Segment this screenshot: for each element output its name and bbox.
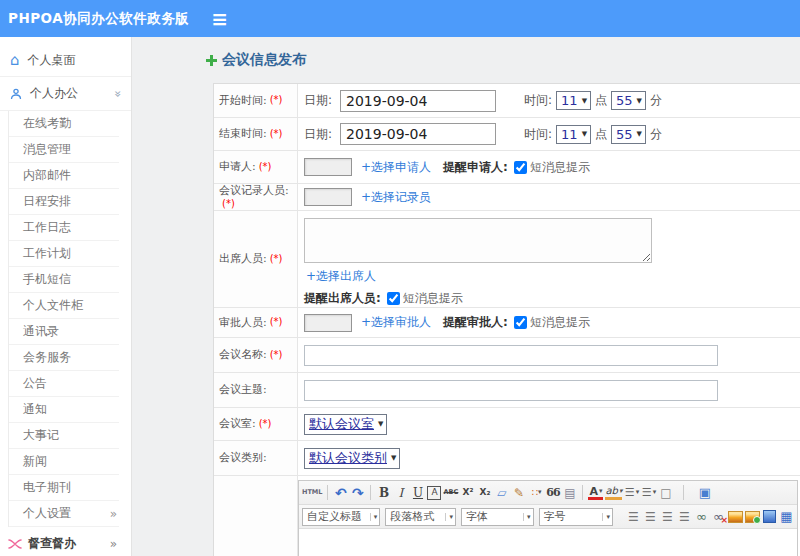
form-row-recorder: 会议记录人员:(*) +选择记录员 xyxy=(214,184,800,211)
recorder-input[interactable] xyxy=(304,188,352,206)
sms-remind-checkbox[interactable] xyxy=(514,316,527,329)
sidebar-item-personal-office[interactable]: 个人办公 » xyxy=(0,77,131,111)
remove-link-icon[interactable]: ∞ xyxy=(711,508,726,525)
form-row-meeting-category: 会议类别: 默认会议类别▼ xyxy=(214,441,800,476)
required-mark: (*) xyxy=(222,198,235,211)
editor-content-area[interactable] xyxy=(299,529,797,556)
field-label: 审批人员: xyxy=(219,316,267,330)
insert-media-icon[interactable] xyxy=(762,508,777,525)
choose-applicant-link[interactable]: +选择申请人 xyxy=(361,159,431,176)
sidebar-item-personal-settings[interactable]: 个人设置 » xyxy=(9,501,119,527)
choose-approver-link[interactable]: +选择审批人 xyxy=(361,314,431,331)
field-label: 会议类别: xyxy=(219,451,267,465)
sidebar-item-schedule[interactable]: 日程安排 xyxy=(9,189,119,215)
paste-icon[interactable]: ▤ xyxy=(562,484,577,501)
remove-format-icon[interactable]: ▱ xyxy=(494,484,509,501)
sms-remind-checkbox[interactable] xyxy=(514,161,527,174)
fullscreen-icon[interactable]: ▣ xyxy=(697,484,712,501)
insert-link-icon[interactable]: ∞ xyxy=(694,508,709,525)
editor-toolbar-row1: HTML ↶ ↷ B I U A ABC X² X₂ ▱ ✎ xyxy=(299,481,797,505)
caret-down-icon: ▼ xyxy=(391,454,396,462)
font-border-icon[interactable]: A xyxy=(427,486,441,500)
date-label: 日期: xyxy=(304,126,332,143)
start-minute-select[interactable]: 55▼ xyxy=(611,91,646,110)
sidebar-item-contacts[interactable]: 通讯录 xyxy=(9,319,119,345)
hamburger-menu-icon[interactable]: ≡ xyxy=(211,9,228,29)
caret-down-icon: ▼ xyxy=(637,130,642,138)
end-date-input[interactable] xyxy=(340,123,496,145)
undo-icon[interactable]: ↶ xyxy=(333,484,348,501)
sidebar-item-memorabilia[interactable]: 大事记 xyxy=(9,423,119,449)
sidebar-item-label: 个人桌面 xyxy=(28,52,76,69)
form-row-start-time: 开始时间:(*) 日期: 时间: 11▼ 点 55▼ 分 xyxy=(214,84,800,118)
field-label: 开始时间: xyxy=(219,94,267,108)
sidebar-item-meeting-service[interactable]: 会务服务 xyxy=(9,345,119,371)
insert-image-icon[interactable] xyxy=(728,508,743,525)
sidebar-item-file-cabinet[interactable]: 个人文件柜 xyxy=(9,293,119,319)
new-page-icon[interactable]: □ xyxy=(658,484,673,501)
font-color-icon[interactable]: A xyxy=(588,486,603,500)
align-right-icon[interactable]: ☰ xyxy=(660,508,675,525)
sidebar-item-news[interactable]: 新闻 xyxy=(9,449,119,475)
sidebar: ⌂ 个人桌面 个人办公 » 在线考勤 消息管理 内部邮件 日程安排 工作日志 工… xyxy=(0,37,132,556)
highlight-color-icon[interactable]: ab xyxy=(605,486,622,500)
paragraph-format-select[interactable]: 段落格式▾ xyxy=(385,508,456,526)
caret-down-icon: ▼ xyxy=(378,420,383,428)
sidebar-item-work-plan[interactable]: 工作计划 xyxy=(9,241,119,267)
sidebar-item-e-journal[interactable]: 电子期刊 xyxy=(9,475,119,501)
sidebar-item-attendance[interactable]: 在线考勤 xyxy=(9,111,119,137)
meeting-name-input[interactable] xyxy=(304,345,718,366)
sms-remind-label: 短消息提示 xyxy=(403,290,463,307)
applicant-input[interactable] xyxy=(304,158,352,176)
attendees-textarea[interactable] xyxy=(304,218,652,263)
end-hour-select[interactable]: 11▼ xyxy=(556,125,591,144)
sidebar-item-messages[interactable]: 消息管理 xyxy=(9,137,119,163)
unordered-list-icon[interactable]: ☰ xyxy=(641,484,656,501)
sidebar-item-desktop[interactable]: ⌂ 个人桌面 xyxy=(0,45,131,77)
sidebar-item-sms[interactable]: 手机短信 xyxy=(9,267,119,293)
insert-table-icon[interactable]: ▦ xyxy=(779,508,794,525)
strikethrough-icon[interactable]: ABC xyxy=(443,484,458,501)
approver-input[interactable] xyxy=(304,314,352,332)
upload-image-icon[interactable] xyxy=(745,508,760,525)
start-date-input[interactable] xyxy=(340,90,496,112)
sidebar-item-internal-mail[interactable]: 内部邮件 xyxy=(9,163,119,189)
toolbar-divider xyxy=(327,485,328,500)
sms-remind-label: 短消息提示 xyxy=(530,159,590,176)
sidebar-item-notice[interactable]: 通知 xyxy=(9,397,119,423)
custom-title-select[interactable]: 自定义标题▾ xyxy=(302,508,380,526)
sidebar-item-supervision[interactable]: 督查督办 » xyxy=(0,527,131,556)
sms-remind-checkbox[interactable] xyxy=(387,292,400,305)
bold-icon[interactable]: B xyxy=(376,484,391,501)
align-center-icon[interactable]: ☰ xyxy=(643,508,658,525)
subscript-icon[interactable]: X₂ xyxy=(477,484,492,501)
sidebar-item-work-log[interactable]: 工作日志 xyxy=(9,215,119,241)
meeting-category-select[interactable]: 默认会议类别▼ xyxy=(304,448,400,469)
add-icon xyxy=(205,54,218,67)
choose-attendees-link[interactable]: +选择出席人 xyxy=(306,268,376,285)
field-label: 会议主题: xyxy=(219,383,267,397)
end-minute-select[interactable]: 55▼ xyxy=(611,125,646,144)
ordered-list-icon[interactable]: ☰ xyxy=(624,484,639,501)
italic-icon[interactable]: I xyxy=(393,484,408,501)
paint-format-icon[interactable]: ∷ xyxy=(528,484,543,501)
meeting-room-select[interactable]: 默认会议室▼ xyxy=(304,414,387,435)
meeting-subject-input[interactable] xyxy=(304,380,718,401)
remind-approver-label: 提醒审批人: xyxy=(443,314,508,331)
superscript-icon[interactable]: X² xyxy=(460,484,475,501)
redo-icon[interactable]: ↷ xyxy=(350,484,365,501)
font-size-select[interactable]: 字号▾ xyxy=(539,508,613,526)
choose-recorder-link[interactable]: +选择记录员 xyxy=(361,189,431,206)
underline-icon[interactable]: U xyxy=(410,484,425,501)
align-justify-icon[interactable]: ☰ xyxy=(677,508,692,525)
user-icon xyxy=(10,88,22,100)
start-hour-select[interactable]: 11▼ xyxy=(556,91,591,110)
font-family-select[interactable]: 字体▾ xyxy=(461,508,534,526)
blockquote-icon[interactable]: 66 xyxy=(545,484,560,501)
field-label: 会议记录人员: xyxy=(219,184,289,198)
sidebar-item-announcement[interactable]: 公告 xyxy=(9,371,119,397)
html-source-icon[interactable]: HTML xyxy=(302,484,322,501)
format-brush-icon[interactable]: ✎ xyxy=(511,484,526,501)
required-mark: (*) xyxy=(259,418,272,431)
align-left-icon[interactable]: ☰ xyxy=(626,508,641,525)
